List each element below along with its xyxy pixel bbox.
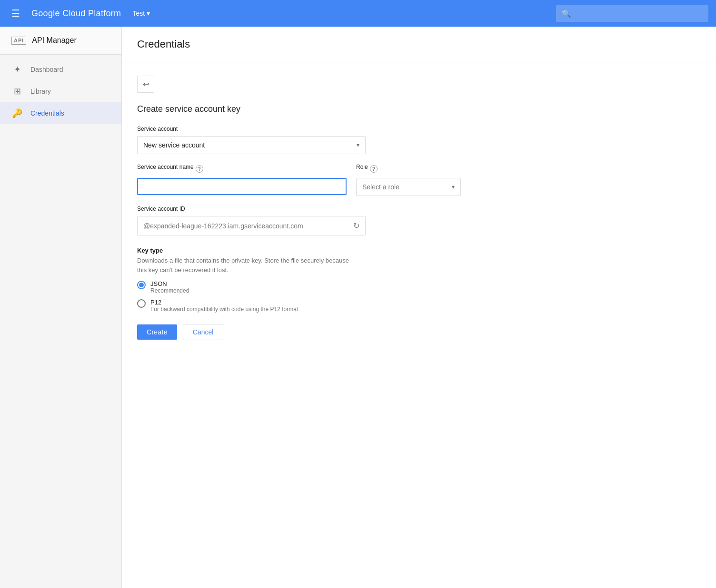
key-type-section: Key type Downloads a file that contains … xyxy=(137,247,701,313)
content-area: Credentials ↩ Create service account key… xyxy=(122,27,716,588)
service-account-dropdown[interactable]: New service account ▾ xyxy=(137,136,366,154)
topbar: ☰ Google Cloud Platform Test ▾ 🔍 xyxy=(0,0,716,27)
radio-json-label: JSON xyxy=(150,280,189,287)
topbar-logo: Google Cloud Platform xyxy=(31,9,121,19)
role-help-icon[interactable]: ? xyxy=(370,165,378,173)
key-type-description: Downloads a file that contains the priva… xyxy=(137,256,356,274)
page-title: Credentials xyxy=(137,38,701,50)
service-account-name-col: Service account name ? xyxy=(137,164,347,196)
radio-p12[interactable] xyxy=(137,299,146,308)
content-body: ↩ Create service account key Service acc… xyxy=(122,62,716,353)
search-icon: 🔍 xyxy=(562,9,571,18)
sidebar-item-label-dashboard: Dashboard xyxy=(30,66,63,73)
project-name: Test xyxy=(132,10,145,17)
action-buttons: Create Cancel xyxy=(137,324,701,340)
menu-icon[interactable]: ☰ xyxy=(8,4,24,23)
radio-json-sublabel: Recommended xyxy=(150,287,189,294)
sidebar-nav: ✦ Dashboard ⊞ Library 🔑 Credentials xyxy=(0,55,121,128)
radio-option-p12: P12 For backward compatibility with code… xyxy=(137,299,701,313)
role-dropdown-arrow: ▾ xyxy=(452,184,455,190)
service-account-name-label: Service account name xyxy=(137,164,194,170)
radio-option-json: JSON Recommended xyxy=(137,280,701,294)
sidebar: API API Manager ✦ Dashboard ⊞ Library 🔑 … xyxy=(0,27,122,588)
sidebar-item-dashboard[interactable]: ✦ Dashboard xyxy=(0,59,121,80)
service-account-value: New service account xyxy=(143,141,205,149)
sidebar-manager-title: API Manager xyxy=(32,36,76,45)
cancel-button[interactable]: Cancel xyxy=(183,324,224,340)
credentials-icon: 🔑 xyxy=(11,108,23,118)
service-account-id-label: Service account ID xyxy=(137,206,701,212)
radio-json[interactable] xyxy=(137,281,146,289)
service-account-name-label-row: Service account name ? xyxy=(137,164,347,174)
library-icon: ⊞ xyxy=(11,86,23,97)
sidebar-header: API API Manager xyxy=(0,27,121,55)
back-arrow-icon: ↩ xyxy=(143,80,149,89)
role-col: Role ? Select a role ▾ xyxy=(356,164,461,196)
role-placeholder: Select a role xyxy=(362,183,399,191)
service-account-label: Service account xyxy=(137,126,701,132)
refresh-icon[interactable]: ↻ xyxy=(353,221,359,230)
service-account-name-help-icon[interactable]: ? xyxy=(196,165,203,173)
back-button[interactable]: ↩ xyxy=(137,76,154,93)
project-selector[interactable]: Test ▾ xyxy=(129,8,154,19)
project-dropdown-arrow: ▾ xyxy=(147,10,150,17)
role-label-row: Role ? xyxy=(356,164,461,174)
sidebar-item-label-library: Library xyxy=(30,88,51,95)
sidebar-item-library[interactable]: ⊞ Library xyxy=(0,80,121,102)
radio-p12-sublabel: For backward compatibility with code usi… xyxy=(150,306,298,313)
create-button[interactable]: Create xyxy=(137,324,177,340)
role-label: Role xyxy=(356,164,368,170)
radio-p12-label: P12 xyxy=(150,299,298,306)
service-account-id-value: @expanded-league-162223.iam.gserviceacco… xyxy=(143,222,303,230)
form-title: Create service account key xyxy=(137,104,701,114)
service-account-name-input[interactable] xyxy=(137,178,347,195)
sidebar-item-credentials[interactable]: 🔑 Credentials xyxy=(0,102,121,124)
role-dropdown[interactable]: Select a role ▾ xyxy=(356,178,461,196)
name-role-row: Service account name ? Role ? Select a r… xyxy=(137,164,701,196)
dashboard-icon: ✦ xyxy=(11,64,23,75)
key-type-title: Key type xyxy=(137,247,701,254)
logo-text: Google Cloud Platform xyxy=(31,9,121,19)
main-layout: API API Manager ✦ Dashboard ⊞ Library 🔑 … xyxy=(0,27,716,588)
search-bar[interactable]: 🔍 xyxy=(556,5,708,22)
api-badge: API xyxy=(11,37,26,45)
service-account-id-field: @expanded-league-162223.iam.gserviceacco… xyxy=(137,216,366,235)
sidebar-item-label-credentials: Credentials xyxy=(30,109,64,117)
content-header: Credentials xyxy=(122,27,716,62)
service-account-dropdown-arrow: ▾ xyxy=(357,142,359,148)
